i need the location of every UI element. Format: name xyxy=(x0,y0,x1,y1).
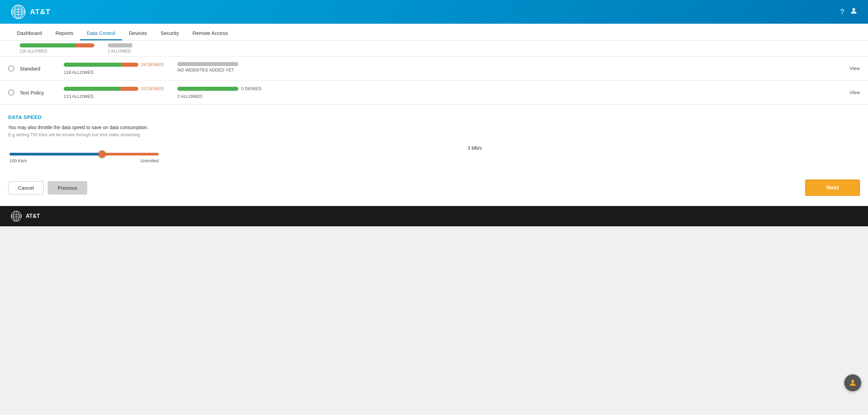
policy-bars-test: 33 DENIED 113 ALLOWED 0 DENIED 2 ALLOWED xyxy=(64,86,850,99)
policy-row-test: Test Policy 33 DENIED 113 ALLOWED 0 xyxy=(0,81,868,105)
partial-bar-col1: 116 ALLOWED xyxy=(20,43,94,54)
test-bar2 xyxy=(177,87,238,91)
slider-track-visual xyxy=(9,153,159,155)
data-speed-description: You may also throttle the data speed to … xyxy=(8,125,860,130)
policy-bars-standard: 28 DENIED 118 ALLOWED NO WEBSITES ADDED … xyxy=(64,62,850,75)
test-bar-col1: 33 DENIED 113 ALLOWED xyxy=(64,86,164,99)
footer-brand: AT&T xyxy=(26,213,40,219)
partial-col2-label: 1 ALLOWED xyxy=(108,49,176,54)
partial-row: 116 ALLOWED 1 ALLOWED xyxy=(0,41,868,57)
test-view-link[interactable]: View xyxy=(850,90,860,95)
header: AT&T ? xyxy=(0,0,868,24)
footer-logo: AT&T xyxy=(10,210,40,222)
data-speed-section: DATA SPEED You may also throttle the dat… xyxy=(0,105,868,173)
standard-bar1 xyxy=(64,63,138,67)
data-speed-hint: E.g setting 750 Kb/s will let emails thr… xyxy=(8,132,860,137)
radio-standard[interactable] xyxy=(8,65,14,71)
partial-col1-label: 116 ALLOWED xyxy=(20,49,94,54)
radio-test-policy[interactable] xyxy=(8,89,14,96)
nav: Dashboard Reports Data Control Devices S… xyxy=(0,24,868,41)
standard-bar-col1-row: 28 DENIED xyxy=(64,62,164,67)
button-row: Cancel Previous Next xyxy=(0,173,868,206)
slider-labels: 100 Kb/s Unlimited xyxy=(9,158,159,163)
policy-row-standard: Standard 28 DENIED 118 ALLOWED NO WEBSIT… xyxy=(0,57,868,81)
att-globe-icon xyxy=(10,4,26,20)
nav-reports[interactable]: Reports xyxy=(48,27,80,40)
test-col2-denied: 0 DENIED xyxy=(241,86,261,91)
standard-bar2 xyxy=(177,62,238,66)
brand-name: AT&T xyxy=(30,7,51,16)
header-logo: AT&T xyxy=(10,4,51,20)
test-denied-label: 33 DENIED xyxy=(141,86,164,91)
test-allowed-label: 113 ALLOWED xyxy=(64,94,164,99)
test-col2-allowed: 2 ALLOWED xyxy=(177,94,261,99)
partial-bar1 xyxy=(20,43,94,47)
user-icon[interactable] xyxy=(850,7,858,17)
partial-bar-col2: 1 ALLOWED xyxy=(108,43,176,54)
nav-dashboard[interactable]: Dashboard xyxy=(10,27,48,40)
test-bar1 xyxy=(64,87,138,91)
slider-current-value: 3 Mb/s xyxy=(91,145,859,151)
svg-point-7 xyxy=(851,380,854,383)
next-button[interactable]: Next xyxy=(805,180,860,196)
support-chat-button[interactable] xyxy=(844,374,861,391)
footer: AT&T xyxy=(0,206,868,226)
standard-bar-col1: 28 DENIED 118 ALLOWED xyxy=(64,62,164,75)
nav-devices[interactable]: Devices xyxy=(122,27,154,40)
standard-denied-label: 28 DENIED xyxy=(141,62,164,67)
nav-security[interactable]: Security xyxy=(154,27,186,40)
data-speed-title: DATA SPEED xyxy=(8,114,860,120)
partial-bar2 xyxy=(108,43,169,47)
slider-min-label: 100 Kb/s xyxy=(9,158,27,163)
main-content: 116 ALLOWED 1 ALLOWED Standard 28 DENIED xyxy=(0,41,868,206)
slider-section: 3 Mb/s 100 Kb/s Unlimited xyxy=(8,145,860,163)
header-icons: ? xyxy=(840,7,858,17)
standard-no-websites: NO WEBSITES ADDED YET xyxy=(177,67,245,72)
nav-remote-access[interactable]: Remote Access xyxy=(186,27,235,40)
test-bar-col2-row: 0 DENIED xyxy=(177,86,261,91)
footer-globe-icon xyxy=(10,210,22,222)
standard-view-link[interactable]: View xyxy=(850,66,860,71)
svg-point-6 xyxy=(852,8,855,11)
help-icon[interactable]: ? xyxy=(840,7,844,16)
slider-max-label: Unlimited xyxy=(140,158,159,163)
test-bar-col1-row: 33 DENIED xyxy=(64,86,164,91)
standard-allowed-label: 118 ALLOWED xyxy=(64,70,164,75)
cancel-button[interactable]: Cancel xyxy=(8,181,44,194)
previous-button[interactable]: Previous xyxy=(48,181,87,194)
policy-name-test: Test Policy xyxy=(20,90,64,96)
policy-name-standard: Standard xyxy=(20,66,64,71)
nav-data-control[interactable]: Data Control xyxy=(80,27,122,40)
standard-bar-col2: NO WEBSITES ADDED YET xyxy=(177,62,245,72)
test-bar-col2: 0 DENIED 2 ALLOWED xyxy=(177,86,261,99)
